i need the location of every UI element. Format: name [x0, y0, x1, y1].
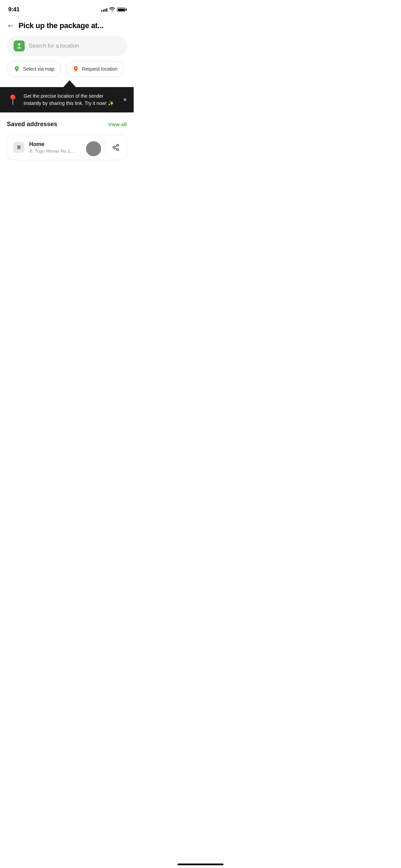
search-placeholder: Search for a location: [29, 43, 120, 49]
request-location-label: Request location: [82, 66, 118, 72]
svg-point-2: [113, 146, 115, 148]
status-time: 9:41: [8, 6, 20, 13]
address-card[interactable]: Home Jl. Tugu Monas No.1,...: [7, 135, 127, 160]
banner-text: Get the precise location of the sender i…: [24, 93, 118, 107]
map-icon: [13, 65, 20, 72]
svg-point-3: [117, 149, 119, 151]
request-location-button[interactable]: Request location: [66, 61, 124, 77]
view-all-button[interactable]: View all: [108, 121, 127, 127]
address-main: Home Jl. Tugu Monas No.1,...: [7, 135, 105, 160]
search-bar[interactable]: Search for a location: [7, 36, 127, 56]
svg-line-5: [115, 146, 117, 147]
select-via-map-label: Select via map: [23, 66, 54, 72]
svg-point-1: [117, 144, 119, 146]
banner-close-button[interactable]: ×: [123, 96, 127, 104]
saved-header: Saved addresses View all: [7, 121, 127, 128]
signal-bars-icon: [101, 8, 107, 12]
location-pin-icon: [72, 65, 79, 72]
status-icons: [101, 7, 125, 12]
promo-banner: 📍 Get the precise location of the sender…: [0, 87, 134, 112]
address-detail: Jl. Tugu Monas No.1,...: [29, 148, 99, 154]
share-icon: [112, 144, 120, 151]
share-button[interactable]: [105, 135, 126, 160]
saved-addresses-section: Saved addresses View all Home Jl. Tugu M…: [0, 112, 134, 166]
page-header: ← Pick up the package at...: [0, 17, 134, 36]
back-button[interactable]: ←: [7, 22, 14, 29]
tooltip-arrow: [63, 80, 76, 87]
address-name: Home: [29, 141, 99, 147]
page-title: Pick up the package at...: [19, 21, 104, 30]
battery-icon: [117, 8, 125, 12]
select-via-map-button[interactable]: Select via map: [7, 61, 61, 77]
search-container: Search for a location: [0, 36, 134, 61]
svg-point-0: [16, 68, 17, 69]
bookmark-icon: [13, 142, 24, 153]
banner-emoji: 📍: [7, 94, 19, 106]
status-bar: 9:41: [0, 0, 134, 17]
search-green-icon: [14, 40, 25, 51]
wifi-icon: [109, 7, 115, 12]
saved-addresses-title: Saved addresses: [7, 121, 57, 128]
svg-line-4: [115, 148, 117, 149]
address-info: Home Jl. Tugu Monas No.1,...: [29, 141, 99, 154]
action-buttons: Select via map Request location: [0, 61, 134, 77]
